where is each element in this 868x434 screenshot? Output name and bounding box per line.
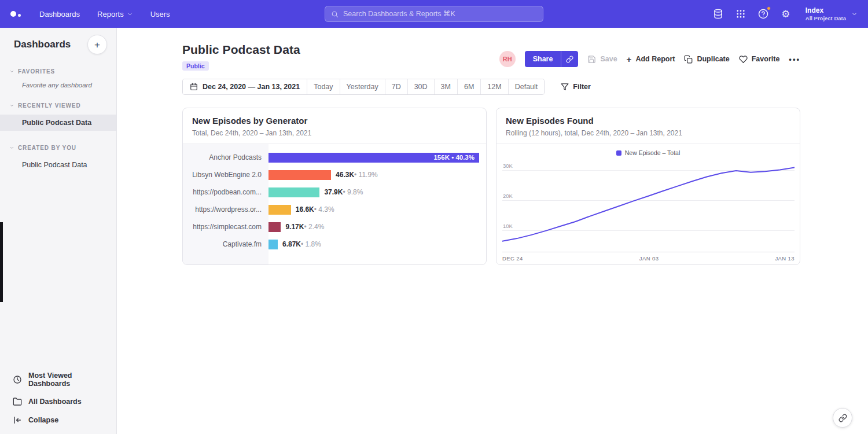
nav-users-label: Users (150, 10, 170, 19)
line-chart-card: New Episodes Found Rolling (12 hours), t… (496, 108, 800, 265)
section-created-header[interactable]: CREATED BY YOU (0, 145, 116, 151)
bar-value: 16.6K (296, 205, 314, 214)
chevron-down-icon (9, 103, 14, 108)
data-connections-icon[interactable] (712, 8, 724, 20)
preset-default[interactable]: Default (508, 79, 545, 94)
save-label: Save (600, 55, 617, 63)
screen-edge-artifact (0, 222, 3, 302)
overflow-menu-button[interactable]: ••• (789, 55, 800, 64)
sidebar-item-public-podcast-data-created[interactable]: Public Podcast Data (0, 157, 116, 173)
bar-segment[interactable] (269, 240, 278, 249)
bar-category-label: Libsyn WebEngine 2.0 (183, 171, 269, 179)
line-chart-body: New Episode – Total 10K20K30K DEC 24 JAN… (496, 144, 800, 264)
preset-12m[interactable]: 12M (480, 79, 507, 94)
duplicate-button[interactable]: Duplicate (684, 51, 729, 67)
bar-percent: • 1.8% (301, 240, 321, 248)
date-toolbar: Dec 24, 2020 — Jan 13, 2021 TodayYesterd… (182, 79, 591, 95)
all-dashboards-label: All Dashboards (28, 398, 82, 406)
header-actions: RH Share Save + Add Report Duplicate (499, 51, 800, 67)
settings-gear-icon[interactable]: ⚙ (779, 8, 792, 20)
most-viewed-icon (13, 375, 22, 384)
bar-segment[interactable] (269, 205, 291, 215)
plus-icon: + (627, 55, 632, 64)
project-switcher[interactable]: Index All Project Data (806, 6, 858, 21)
bar-value: 6.87K (282, 240, 301, 248)
bar-zone: 16.6K • 4.3% (269, 205, 486, 215)
avatar[interactable]: RH (499, 51, 516, 67)
bar-category-label: https://podbean.com... (183, 188, 269, 196)
save-button[interactable]: Save (587, 51, 617, 67)
section-favorites-header[interactable]: FAVORITES (0, 68, 116, 75)
bar-zone: 9.17K • 2.4% (269, 222, 486, 232)
share-button[interactable]: Share (525, 51, 561, 67)
date-range-label: Dec 24, 2020 — Jan 13, 2021 (203, 83, 300, 91)
preset-3m[interactable]: 3M (434, 79, 457, 94)
all-dashboards-button[interactable]: All Dashboards (0, 392, 116, 411)
created-label: CREATED BY YOU (18, 145, 76, 151)
bar-zone: 6.87K • 1.8% (269, 240, 486, 249)
bar-row: https://simplecast.com9.17K • 2.4% (183, 218, 486, 236)
nav-dashboards-label: Dashboards (39, 10, 80, 19)
bar-zone: 46.3K • 11.9% (269, 170, 486, 180)
copy-link-button[interactable] (561, 51, 578, 67)
collapse-sidebar-button[interactable]: Collapse (0, 411, 116, 429)
chevron-down-icon (9, 69, 14, 74)
section-recent-header[interactable]: RECENTLY VIEWED (0, 102, 116, 109)
collapse-icon (13, 415, 22, 425)
line-card-header: New Episodes Found Rolling (12 hours), t… (496, 108, 800, 144)
preset-6m[interactable]: 6M (457, 79, 480, 94)
preset-today[interactable]: Today (307, 79, 339, 94)
date-range-picker[interactable]: Dec 24, 2020 — Jan 13, 2021 (183, 79, 307, 94)
add-report-label: Add Report (635, 55, 675, 63)
add-dashboard-button[interactable]: + (87, 35, 107, 54)
add-report-button[interactable]: + Add Report (627, 51, 675, 67)
project-subtitle: All Project Data (806, 15, 846, 21)
visibility-badge: Public (182, 61, 209, 71)
section-recently-viewed: RECENTLY VIEWED Public Podcast Data (0, 102, 116, 131)
global-search[interactable] (325, 6, 543, 22)
section-favorites: FAVORITES Favorite any dashboard (0, 68, 116, 89)
bar-segment[interactable] (269, 170, 331, 180)
nav-item-dashboards[interactable]: Dashboards (39, 0, 80, 28)
sidebar-item-public-podcast-data[interactable]: Public Podcast Data (0, 115, 116, 131)
bar-zone: 37.9K • 9.8% (269, 187, 486, 197)
search-input[interactable] (343, 10, 537, 18)
brand-logo[interactable] (0, 0, 29, 28)
collapse-label: Collapse (28, 416, 58, 424)
page-header: Public Podcast Data Public RH Share Save… (182, 43, 800, 71)
bar-row: https://podbean.com...37.9K • 9.8% (183, 183, 486, 201)
nav-item-users[interactable]: Users (150, 0, 170, 28)
nav-reports-label: Reports (97, 10, 124, 19)
apps-grid-icon[interactable] (734, 8, 747, 20)
share-split-button: Share (525, 51, 579, 67)
folder-icon (13, 397, 22, 406)
bar-segment[interactable]: 156K • 40.3% (269, 153, 479, 163)
report-cards: New Episodes by Generator Total, Dec 24t… (182, 108, 800, 265)
main-content: Public Podcast Data Public RH Share Save… (117, 28, 868, 434)
line-series[interactable] (502, 161, 795, 252)
bar-zone: 156K • 40.3% (269, 153, 486, 163)
preset-yesterday[interactable]: Yesterday (340, 79, 385, 94)
primary-nav: Dashboards Reports Users (39, 0, 170, 28)
recent-label: RECENTLY VIEWED (18, 102, 81, 109)
bar-segment[interactable] (269, 222, 281, 232)
sidebar-title: Dashboards (14, 39, 71, 50)
most-viewed-label: Most Viewed Dashboards (28, 372, 109, 388)
legend-swatch (616, 150, 621, 156)
bar-percent: • 9.8% (343, 188, 363, 196)
bar-row: https://wordpress.or...16.6K • 4.3% (183, 201, 486, 218)
bar-chart-body: Anchor Podcasts156K • 40.3%Libsyn WebEng… (183, 144, 486, 264)
nav-item-reports[interactable]: Reports (97, 0, 133, 28)
favorite-button[interactable]: Favorite (739, 51, 780, 67)
filter-button[interactable]: Filter (561, 83, 591, 91)
bar-segment[interactable] (269, 187, 319, 197)
most-viewed-dashboards-button[interactable]: Most Viewed Dashboards (0, 367, 116, 392)
line-plot[interactable]: 10K20K30K (502, 161, 795, 252)
bar-percent: • 4.3% (314, 205, 334, 214)
preset-7d[interactable]: 7D (385, 79, 407, 94)
help-icon[interactable] (757, 8, 770, 20)
bar-row: Captivate.fm6.87K • 1.8% (183, 236, 486, 253)
project-name: Index (806, 6, 846, 14)
share-link-fab[interactable] (833, 408, 852, 428)
preset-30d[interactable]: 30D (407, 79, 434, 94)
